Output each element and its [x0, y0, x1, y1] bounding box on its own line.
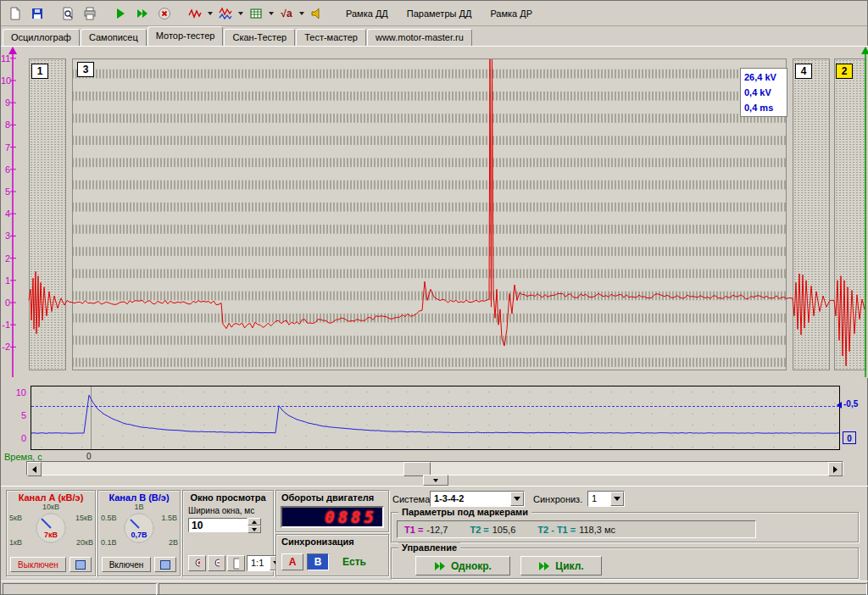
tab-recorder[interactable]: Самописец — [81, 29, 147, 46]
voltage-tick-label: 7 — [1, 142, 10, 153]
zoom-in-icon — [194, 558, 200, 570]
fast-forward-icon — [136, 7, 149, 20]
dropdown-arrow-icon — [269, 12, 274, 15]
tab-oscilloscope[interactable]: Осциллограф — [3, 29, 80, 46]
run-group: Управление Однокр. Цикл. — [391, 548, 859, 579]
display-icon — [160, 560, 170, 570]
combo-drop-button[interactable] — [510, 492, 524, 506]
cylinder-panel-3[interactable] — [72, 58, 787, 370]
overview-tick-label: 5 — [6, 409, 26, 421]
cylinder-panel-1[interactable] — [29, 58, 66, 370]
overview-plot[interactable] — [31, 386, 840, 450]
floppy-icon — [31, 7, 44, 20]
math-dropdown[interactable]: √a — [275, 3, 304, 24]
status-bar — [1, 581, 868, 595]
voltage-tick-label: 6 — [1, 164, 10, 175]
channel-a-power-button[interactable]: Выключен — [10, 557, 66, 572]
scale-label: 2В — [169, 538, 178, 547]
play-button[interactable] — [110, 3, 131, 24]
sound-button[interactable] — [307, 3, 327, 24]
cycle-run-button[interactable]: Цикл. — [520, 556, 602, 576]
new-document-button[interactable] — [5, 3, 25, 24]
frame-dr-button[interactable]: Рамка ДР — [481, 4, 542, 23]
system-combobox[interactable]: 1-3-4-2 — [430, 491, 525, 507]
scale-label: 1В — [98, 503, 180, 511]
run-icon — [538, 561, 550, 571]
window-width-input[interactable] — [188, 518, 248, 532]
frame-dd-button[interactable]: Рамка ДД — [337, 4, 398, 23]
right-marker-arrow-icon[interactable] — [861, 47, 868, 54]
window-width-label: Ширина окна, мс — [188, 506, 254, 515]
waveform-a-dropdown[interactable] — [184, 3, 213, 24]
overview-canvas — [31, 386, 839, 449]
channel-b-power-button[interactable]: Включен — [102, 557, 151, 572]
zero-marker-box[interactable]: 0 — [843, 431, 856, 444]
save-button[interactable] — [27, 3, 47, 24]
view-window-group: Окно просмотра Ширина окна, мс — [182, 490, 274, 576]
params-dd-button[interactable]: Параметры ДД — [398, 4, 481, 23]
dropdown-arrow-icon — [208, 12, 213, 15]
channel-b-knob[interactable]: 0,7В — [123, 512, 155, 544]
horizontal-scrollbar[interactable] — [26, 461, 843, 475]
window-width-spinner — [248, 518, 261, 533]
cylinder-panel-2[interactable] — [834, 58, 866, 370]
scale-label: 1.5В — [161, 514, 177, 522]
channel-b-title: Канал B (В/э) — [98, 492, 180, 503]
channel-a-buttons: Выключен — [10, 557, 92, 572]
print-preview-icon — [61, 7, 75, 20]
splitter-collapse-button[interactable] — [423, 475, 448, 486]
burn-time-value: 0,4 ms — [744, 100, 783, 115]
channel-b-buttons: Включен — [102, 557, 176, 572]
spin-down-button[interactable] — [248, 525, 261, 533]
zoom-in-button[interactable] — [188, 555, 206, 571]
tab-motor-tester[interactable]: Мотор-тестер — [147, 26, 224, 46]
measurement-info-box: 26,4 kV 0,4 kV 0,4 ms — [740, 68, 787, 117]
axis-tick-marks — [10, 58, 16, 348]
sync-channel-b-button[interactable]: В — [307, 553, 329, 570]
t1-readout: Т1 =-12,7 — [404, 525, 448, 535]
channel-b-display-button[interactable] — [154, 557, 176, 572]
spin-up-button[interactable] — [248, 518, 261, 525]
fit-page-button[interactable] — [227, 555, 245, 571]
right-settings-zone: Система 1-3-4-2 Синхрониз. 1 Параметры п… — [389, 487, 864, 580]
overview-strip: 1050 Время, с 0 -0,5 0 — [1, 381, 868, 460]
single-run-button[interactable]: Однокр. — [415, 556, 510, 576]
waveform-b-dropdown[interactable] — [214, 3, 243, 24]
speaker-icon — [310, 7, 324, 20]
voltage-tick-label: 4 — [1, 208, 10, 220]
tab-test-master[interactable]: Тест-мастер — [296, 29, 366, 46]
channel-a-display-button[interactable] — [70, 557, 92, 572]
channel-b-group: Канал B (В/э) 1В 0.5В 1.5В 0.1В 2В 0,7В … — [97, 490, 181, 576]
rpm-display: 0885 — [281, 506, 384, 528]
page-icon — [233, 558, 239, 570]
sync-channel-a-button[interactable]: А — [281, 553, 303, 570]
stop-button[interactable] — [154, 3, 175, 24]
grid-dropdown[interactable] — [245, 3, 274, 24]
combo-drop-button[interactable] — [610, 492, 624, 506]
print-button[interactable] — [80, 3, 100, 24]
sync-select-value: 1 — [588, 492, 610, 506]
page-icon — [8, 7, 22, 20]
cylinder-panel-4[interactable] — [793, 58, 830, 370]
sync-status: Есть — [342, 556, 366, 568]
voltage-tick-label: 9 — [1, 97, 10, 108]
time-zero-marker-line — [91, 386, 92, 449]
channel-a-knob[interactable]: 7кВ — [35, 512, 67, 544]
collapse-down-icon — [433, 479, 438, 482]
dropdown-arrow-icon — [238, 12, 243, 15]
zoom-out-button[interactable] — [208, 555, 225, 571]
chevron-down-icon — [514, 497, 520, 501]
voltage-tick-label: -2 — [1, 341, 10, 353]
tab-scan-tester[interactable]: Скан-Тестер — [224, 29, 295, 46]
tab-website[interactable]: www.motor-master.ru — [367, 29, 472, 46]
sync-select-combobox[interactable]: 1 — [587, 491, 625, 507]
panel-label-4: 4 — [795, 64, 812, 79]
fast-play-button[interactable] — [132, 3, 153, 24]
voltage-tick-label: 5 — [1, 186, 10, 197]
print-preview-button[interactable] — [58, 3, 78, 24]
status-cell — [159, 583, 867, 595]
table-grid-icon — [246, 3, 266, 24]
toolbar-separator — [328, 3, 337, 24]
rpm-group: Обороты двигателя 0885 — [275, 490, 389, 532]
threshold-dashed-line[interactable] — [31, 406, 839, 407]
